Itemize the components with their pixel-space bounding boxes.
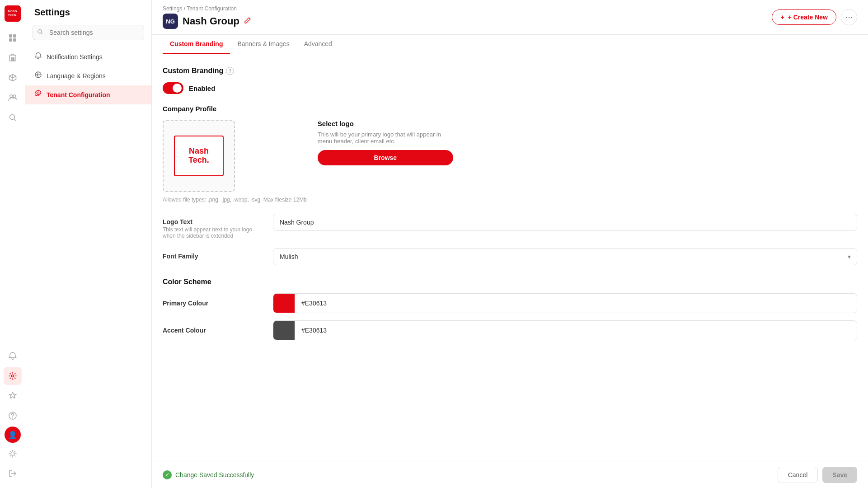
logo-text-input[interactable] <box>273 214 857 231</box>
color-scheme-title: Color Scheme <box>163 278 857 286</box>
accent-colour-swatch[interactable] <box>273 321 295 340</box>
svg-point-11 <box>9 115 14 120</box>
svg-point-20 <box>38 92 39 93</box>
more-options-button[interactable]: ··· <box>841 9 857 25</box>
language-icon <box>34 71 42 81</box>
font-family-select[interactable]: Mulish Roboto Open Sans Lato Montserrat <box>273 248 857 265</box>
svg-point-9 <box>10 95 13 98</box>
select-logo-desc: This will be your primary logo that will… <box>318 131 453 145</box>
accent-colour-row: Accent Colour <box>163 320 857 340</box>
svg-point-19 <box>37 92 38 93</box>
sidebar-item-notification-settings[interactable]: Notification Settings <box>25 47 151 66</box>
svg-rect-6 <box>13 57 14 59</box>
success-message: ✓ Change Saved Successfully <box>163 470 254 479</box>
user-avatar-icon[interactable]: 👤 <box>5 427 21 443</box>
svg-rect-8 <box>13 59 14 61</box>
toggle-label: Enabled <box>189 84 215 92</box>
top-bar-left: Settings Tenant Configuration NG Nash Gr… <box>163 5 251 29</box>
create-new-button[interactable]: + + Create New <box>772 9 836 25</box>
svg-rect-7 <box>11 59 13 61</box>
primary-colour-input[interactable] <box>295 295 857 311</box>
tenant-avatar: NG <box>163 14 178 29</box>
svg-point-18 <box>37 94 38 94</box>
search-icon[interactable] <box>4 108 22 127</box>
star-icon[interactable] <box>4 387 22 405</box>
select-logo-title: Select logo <box>318 120 453 127</box>
file-types-label: Allowed file types: .png, .jpg, .webp, .… <box>163 197 307 203</box>
help-icon[interactable] <box>4 407 22 425</box>
accent-colour-input-wrap <box>273 320 857 340</box>
font-family-label-col: Font Family <box>163 248 262 260</box>
grid-icon[interactable] <box>4 29 22 47</box>
accent-colour-label-col: Accent Colour <box>163 327 262 334</box>
box-icon[interactable] <box>4 69 22 87</box>
panel-title: Settings <box>25 7 151 25</box>
brightness-icon[interactable] <box>4 445 22 463</box>
create-new-label: + Create New <box>788 14 828 21</box>
enabled-toggle-row: Enabled <box>163 82 857 94</box>
svg-rect-5 <box>11 57 13 59</box>
primary-colour-swatch[interactable] <box>273 294 295 313</box>
breadcrumb-settings[interactable]: Settings <box>163 5 182 12</box>
logo-text-row: Logo Text This text will appear next to … <box>163 214 857 239</box>
page-title-row: NG Nash Group <box>163 14 251 29</box>
tabs-bar: Custom Branding Banners & Images Advance… <box>152 35 868 54</box>
more-options-icon: ··· <box>845 13 852 22</box>
logo-upload-area: NashTech. Allowed file types: .png, .jpg… <box>163 120 857 203</box>
tab-banners-images[interactable]: Banners & Images <box>230 35 296 54</box>
svg-point-16 <box>38 30 42 33</box>
breadcrumb-tenant-config[interactable]: Tenant Configuration <box>184 5 237 12</box>
logo-text-label: Logo Text <box>163 218 262 225</box>
svg-point-14 <box>12 418 13 418</box>
logo-drop-zone[interactable]: NashTech. <box>163 120 235 192</box>
content-area: Custom Branding ? Enabled Company Profil… <box>152 54 868 488</box>
logout-icon[interactable] <box>4 465 22 483</box>
sidebar-item-language-regions[interactable]: Language & Regions <box>25 66 151 85</box>
main-content: Settings Tenant Configuration NG Nash Gr… <box>152 0 868 488</box>
save-button[interactable]: Save <box>822 467 857 483</box>
cancel-button[interactable]: Cancel <box>778 467 818 483</box>
notification-settings-label: Notification Settings <box>47 53 103 61</box>
settings-icon[interactable] <box>4 367 22 385</box>
success-icon: ✓ <box>163 470 172 479</box>
primary-colour-row: Primary Colour <box>163 293 857 313</box>
building-icon[interactable] <box>4 49 22 67</box>
custom-branding-section-title: Custom Branding ? <box>163 67 857 75</box>
primary-colour-input-wrap <box>273 293 857 313</box>
svg-point-10 <box>13 95 16 98</box>
breadcrumb: Settings Tenant Configuration <box>163 5 251 12</box>
svg-rect-1 <box>13 34 16 38</box>
help-icon[interactable]: ? <box>226 67 234 75</box>
search-box <box>33 25 144 40</box>
bottom-bar: ✓ Change Saved Successfully Cancel Save <box>152 461 868 488</box>
page-title: Nash Group <box>183 15 239 27</box>
svg-rect-3 <box>13 38 16 42</box>
font-family-select-wrapper: Mulish Roboto Open Sans Lato Montserrat … <box>273 248 857 265</box>
tab-custom-branding[interactable]: Custom Branding <box>163 35 230 54</box>
palette-icon <box>34 90 42 100</box>
tab-advanced[interactable]: Advanced <box>297 35 339 54</box>
search-input-icon <box>37 29 43 37</box>
users-icon[interactable] <box>4 89 22 107</box>
accent-colour-input[interactable] <box>295 322 857 338</box>
enabled-toggle[interactable] <box>163 82 183 94</box>
font-family-label: Font Family <box>163 253 262 260</box>
font-family-row: Font Family Mulish Roboto Open Sans Lato… <box>163 248 857 265</box>
notification-bell-icon <box>34 52 42 62</box>
app-logo-icon[interactable]: NashTech. <box>5 5 21 22</box>
logo-preview-text: NashTech. <box>188 147 209 165</box>
top-bar: Settings Tenant Configuration NG Nash Gr… <box>152 0 868 35</box>
sidebar-item-tenant-configuration[interactable]: Tenant Configuration <box>25 85 151 104</box>
svg-rect-0 <box>9 34 12 38</box>
font-family-input-col: Mulish Roboto Open Sans Lato Montserrat … <box>273 248 857 265</box>
bell-icon[interactable] <box>4 347 22 365</box>
svg-point-21 <box>39 93 40 94</box>
edit-tenant-name-icon[interactable] <box>244 17 251 26</box>
logo-text-label-col: Logo Text This text will appear next to … <box>163 214 262 239</box>
search-input[interactable] <box>33 25 144 40</box>
svg-rect-2 <box>9 38 12 42</box>
svg-point-15 <box>11 452 14 455</box>
browse-button[interactable]: Browse <box>318 150 453 165</box>
left-panel: Settings Notification Settings Language … <box>25 0 152 488</box>
logo-preview: NashTech. <box>174 136 224 176</box>
